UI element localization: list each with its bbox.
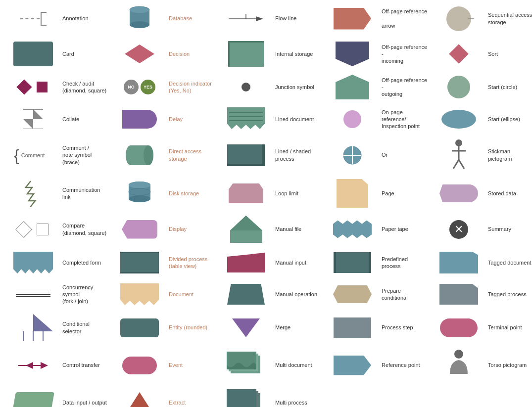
- svg-point-3: [130, 6, 149, 13]
- control-transfer-shape: [16, 358, 50, 373]
- cell-tagged-doc: Tagged document: [430, 248, 532, 277]
- cell-control-transfer: Control transfer: [4, 346, 110, 384]
- shape-area-predefined: [325, 252, 380, 273]
- tagged-doc-label: Tagged document: [486, 259, 532, 266]
- cell-merge: Merge: [217, 311, 323, 344]
- merge-label: Merge: [273, 324, 321, 331]
- row4: Collate Delay Lined document: [0, 103, 532, 135]
- shape-area-multi-process: [219, 389, 273, 407]
- shape-area-off-page-incoming: [325, 42, 380, 66]
- summary-label: Summary: [486, 226, 532, 232]
- seq-access-label: Sequential accessstorage: [486, 11, 532, 26]
- row9: Concurrency symbol(fork / join) Document…: [0, 278, 532, 310]
- cell-lined-shaded: Lined / shaded process: [217, 136, 323, 174]
- shape-area-concurrency: [6, 292, 60, 297]
- row6: Communication link Disk storage Loop lim…: [0, 175, 532, 212]
- conditional-sel-shape: [13, 314, 53, 341]
- shape-area-data-io: [6, 392, 60, 407]
- lined-shaded-label: Lined / shaded process: [273, 148, 321, 162]
- shape-area-junction: [219, 83, 273, 91]
- start-circle-label: Start (circle): [486, 84, 532, 90]
- check-audit-label: Check / audit(diamond, square): [60, 80, 108, 94]
- cell-check-audit: Check / audit(diamond, square): [4, 72, 110, 102]
- ref-point-shape: [334, 356, 371, 375]
- decision-ind-label: Decision indicator(Yes, No): [167, 80, 215, 94]
- direct-access-label: Direct access storage: [167, 148, 215, 162]
- sort-label: Sort: [486, 50, 532, 57]
- off-page-incoming-label: Off-page reference -incoming: [380, 44, 428, 65]
- check-square: [37, 82, 48, 92]
- shape-area-off-page-arrow: [325, 8, 380, 30]
- card-label: Card: [60, 50, 108, 57]
- multi-process-label: Multi process: [273, 399, 321, 406]
- cell-multi-process: Multi process: [217, 386, 323, 407]
- conc-line2: [16, 294, 50, 295]
- comment-label: Comment /note symbol (brace): [60, 144, 108, 166]
- stickman-shape: [449, 139, 468, 171]
- off-page-outgoing-label: Off-page reference -outgoing: [380, 77, 428, 98]
- svg-point-2: [130, 21, 149, 28]
- start-ellipse-label: Start (ellipse): [486, 116, 532, 123]
- page-shape: [337, 179, 368, 208]
- annotation-label: Annotation: [60, 15, 108, 22]
- data-io-shape: [12, 392, 54, 407]
- divided-process-label: Divided process(table view): [167, 256, 215, 270]
- multi-doc-shape: [227, 352, 265, 379]
- row12: Data input / output Extract Multi proces…: [0, 385, 532, 407]
- svg-point-24: [129, 195, 150, 202]
- manual-input-label: Manual input: [273, 259, 321, 266]
- torso-shape: [448, 349, 470, 381]
- shape-area-start-circle: [432, 76, 486, 98]
- cell-card: Card: [4, 38, 110, 70]
- cell-collate: Collate: [4, 104, 110, 134]
- dec-yes: YES: [141, 80, 155, 94]
- card-shape: [13, 42, 53, 66]
- summary-x-icon: ✕: [454, 223, 463, 236]
- junction-label: Junction symbol: [273, 84, 321, 90]
- document-label: Document: [167, 291, 215, 298]
- cell-start-ellipse: Start (ellipse): [430, 104, 532, 134]
- event-label: Event: [167, 362, 215, 368]
- shape-area-manual-file: [219, 216, 273, 243]
- delay-shape: [122, 110, 157, 129]
- shape-area-decision-ind: NO YES: [112, 80, 167, 94]
- shape-area-disk-storage: [112, 180, 167, 207]
- row5: { Comment Comment /note symbol (brace) D…: [0, 135, 532, 175]
- conc-line3: [16, 296, 50, 297]
- process-step-label: Process step: [380, 324, 428, 331]
- seq-access-shape: [446, 6, 471, 31]
- cell-decision: Decision: [110, 38, 217, 70]
- shape-area-divided-process: [112, 252, 167, 273]
- multi-doc-label: Multi document: [273, 362, 321, 368]
- manual-op-shape: [227, 284, 265, 305]
- cell-ref-point: Reference point: [323, 346, 430, 384]
- disk-storage-label: Disk storage: [167, 190, 215, 197]
- cell-comment: { Comment Comment /note symbol (brace): [4, 136, 110, 174]
- shape-area-compare: [6, 224, 60, 235]
- svg-point-13: [144, 145, 153, 165]
- predefined-label: Predefined process: [380, 256, 428, 270]
- cell-empty-4: [323, 386, 430, 407]
- cell-annotation: Annotation: [4, 2, 110, 35]
- shape-area-flow-line: [219, 11, 273, 26]
- torso-label: Torso pictogram: [486, 362, 532, 368]
- shape-area-document: [112, 283, 167, 305]
- svg-marker-29: [33, 314, 53, 331]
- shape-area-annotation: [6, 12, 60, 26]
- svg-marker-35: [26, 362, 33, 369]
- merge-shape: [232, 318, 260, 337]
- tagged-proc-label: Tagged process: [486, 291, 532, 298]
- stored-data-label: Stored data: [486, 190, 532, 197]
- compare-diamond: [15, 221, 32, 238]
- off-page-outgoing-shape: [336, 75, 369, 99]
- completed-form-shape: [13, 252, 53, 273]
- cell-data-io: Data input / output: [4, 386, 110, 407]
- shape-area-event: [112, 357, 167, 374]
- cell-display: Display: [110, 213, 217, 246]
- shape-area-comment: { Comment: [6, 147, 60, 163]
- stored-data-shape: [439, 184, 478, 202]
- multi-process-shape: [227, 389, 265, 407]
- ref-point-label: Reference point: [380, 362, 428, 368]
- cell-off-page-incoming: Off-page reference -incoming: [323, 38, 430, 70]
- prepare-cond-label: Prepare conditional: [380, 287, 428, 302]
